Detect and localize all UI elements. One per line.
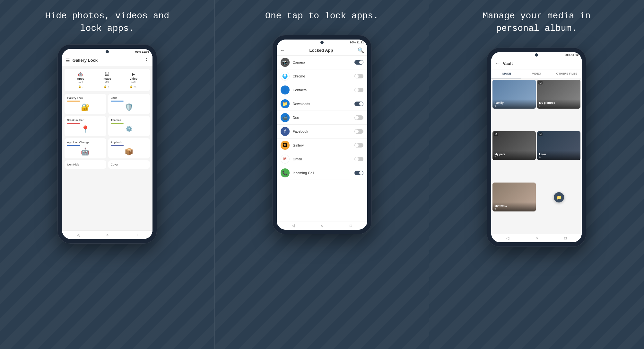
menu-gallery-lock-title: Gallery Lock xyxy=(67,96,104,100)
app-item-chrome[interactable]: 🌐 Chrome xyxy=(277,69,367,83)
album-love[interactable]: M Love 6 xyxy=(537,131,580,160)
incoming-icon: 📞 xyxy=(281,168,290,177)
album-moments[interactable]: Moments 8 xyxy=(492,183,536,211)
panel-1: Hide photos, videos and lock apps. 91% 1… xyxy=(0,0,215,349)
nav-home-1[interactable]: ○ xyxy=(106,233,109,237)
phone-screen-1: 91% 11:08 ☰ Gallery Lock ⋮ 🤖 Apps 104 🖼 xyxy=(62,49,152,239)
family-count: 6 xyxy=(494,104,534,107)
back-btn-3[interactable]: ← xyxy=(495,61,500,67)
tab-image[interactable]: IMAGE xyxy=(491,69,521,78)
incoming-toggle[interactable] xyxy=(354,171,363,175)
image-label: Image xyxy=(103,77,111,80)
menu-cover[interactable]: Cover xyxy=(108,160,150,169)
app-bar-1: ☰ Gallery Lock ⋮ xyxy=(62,55,152,66)
contacts-name: Contacts xyxy=(293,88,351,92)
tab-others[interactable]: OTHERS FILES xyxy=(552,69,582,78)
album-family[interactable]: Family 6 xyxy=(492,80,536,109)
menu-applock-title: AppLock xyxy=(111,141,147,144)
menu-themes[interactable]: Themes ⚙️ xyxy=(108,116,150,136)
phone-frame-1: 91% 11:08 ☰ Gallery Lock ⋮ 🤖 Apps 104 🖼 xyxy=(57,44,157,244)
menu-vault-title: Vault xyxy=(111,96,147,100)
app-item-duo[interactable]: 📹 Duo xyxy=(277,111,367,125)
app-item-contacts[interactable]: 👤 Contacts xyxy=(277,83,367,97)
gmail-name: Gmail xyxy=(293,157,351,161)
camera-icon: 📷 xyxy=(281,58,290,67)
gallery-name: Gallery xyxy=(293,143,351,147)
phone-frame-2: 90% 11:11 ← Locked App 🔍 📷 Camera 🌐 Chro… xyxy=(272,35,372,234)
video-icon: ▶ xyxy=(132,72,135,76)
app-title-1: Gallery Lock xyxy=(73,58,141,63)
menu-appicon[interactable]: App Icon Change 🤖 xyxy=(65,138,106,158)
status-text-2: 90% 11:11 xyxy=(350,41,364,44)
nav-recent-3[interactable]: □ xyxy=(564,236,567,240)
app-item-camera[interactable]: 📷 Camera xyxy=(277,56,367,69)
fab-button[interactable]: 📁 xyxy=(554,192,564,202)
app-item-incoming[interactable]: 📞 Incoming Call xyxy=(277,166,367,180)
nav-bar-3: ◁ ○ □ xyxy=(491,234,582,242)
back-btn-2[interactable]: ← xyxy=(280,48,285,53)
applock-icon: 📦 xyxy=(111,148,147,156)
image-icon: 🖼 xyxy=(105,72,109,76)
app-list: 📷 Camera 🌐 Chrome 👤 Contacts 📁 Download xyxy=(277,56,367,221)
panel-2: One tap to lock apps. 90% 11:11 ← Locked… xyxy=(215,0,430,349)
panel2-heading: One tap to lock apps. xyxy=(265,10,379,22)
chrome-toggle[interactable] xyxy=(354,74,363,78)
stats-card: 🤖 Apps 104 🖼 Image 350 ▶ Video 126 xyxy=(65,69,150,91)
gallery-toggle[interactable] xyxy=(354,143,363,148)
facebook-toggle[interactable] xyxy=(354,129,363,134)
menu-breakin-title: Break-in Alert xyxy=(67,119,104,122)
status-text-3: 90% 11:12 xyxy=(565,53,579,57)
app-item-gmail[interactable]: M Gmail xyxy=(277,152,367,166)
album-mypets[interactable]: M My pets 7 xyxy=(492,131,536,160)
app-item-facebook[interactable]: f Facebook xyxy=(277,125,367,139)
app-item-downloads[interactable]: 📁 Downloads xyxy=(277,97,367,111)
menu-iconhide[interactable]: Icon Hide xyxy=(65,160,106,169)
breakin-bar xyxy=(67,123,80,124)
duo-icon: 📹 xyxy=(281,113,290,122)
menu-vault[interactable]: Vault 🛡️ xyxy=(108,94,150,114)
album-mypictures[interactable]: M My pictures 7 xyxy=(537,80,580,109)
app-item-gallery[interactable]: 🖼 Gallery xyxy=(277,139,367,152)
appicon-bar xyxy=(67,145,80,146)
gallery-lock-bar xyxy=(67,101,80,102)
locked-app-bar: ← Locked App 🔍 xyxy=(277,45,367,56)
menu-appicon-title: App Icon Change xyxy=(67,141,104,144)
stats-row: 🤖 Apps 104 🖼 Image 350 ▶ Video 126 xyxy=(68,72,147,83)
more-icon-1[interactable]: ⋮ xyxy=(144,57,149,63)
breakin-icon: 📍 xyxy=(67,125,104,134)
downloads-toggle[interactable] xyxy=(354,102,363,106)
panel3-heading: Manage your media in personal album. xyxy=(483,10,590,35)
hamburger-icon[interactable]: ☰ xyxy=(66,58,70,63)
menu-applock[interactable]: AppLock 📦 xyxy=(108,138,150,158)
tab-video[interactable]: VIDEO xyxy=(521,69,552,78)
app-bar-3: ← Vault xyxy=(491,58,582,69)
image-count: 350 xyxy=(105,80,109,83)
nav-recent-2[interactable]: □ xyxy=(350,223,352,228)
duo-name: Duo xyxy=(293,116,351,120)
chrome-icon: 🌐 xyxy=(281,72,290,81)
incoming-name: Incoming Call xyxy=(293,171,351,175)
mypictures-overlay: My pictures 7 xyxy=(537,99,580,109)
nav-recent-1[interactable]: □ xyxy=(135,233,137,237)
vault-title: Vault xyxy=(503,61,578,66)
gmail-toggle[interactable] xyxy=(354,157,363,161)
nav-home-3[interactable]: ○ xyxy=(535,236,538,240)
nav-home-2[interactable]: ○ xyxy=(321,223,323,228)
love-count: 6 xyxy=(539,156,579,159)
search-icon-btn[interactable]: 🔍 xyxy=(358,47,364,53)
facebook-name: Facebook xyxy=(293,130,351,133)
moments-overlay: Moments 8 xyxy=(492,202,536,211)
nav-back-3[interactable]: ◁ xyxy=(506,236,509,240)
downloads-icon: 📁 xyxy=(281,99,290,108)
chrome-name: Chrome xyxy=(293,74,351,78)
menu-breakin[interactable]: Break-in Alert 📍 xyxy=(65,116,106,136)
nav-back-2[interactable]: ◁ xyxy=(292,223,295,228)
contacts-toggle[interactable] xyxy=(354,88,363,92)
duo-toggle[interactable] xyxy=(354,115,363,120)
menu-gallery-lock[interactable]: Gallery Lock 🔐 xyxy=(65,94,106,114)
moments-count: 8 xyxy=(494,207,534,210)
camera-toggle[interactable] xyxy=(354,60,363,65)
video-label: Video xyxy=(130,77,137,80)
nav-back-1[interactable]: ◁ xyxy=(77,233,80,237)
phone-camera-2 xyxy=(320,41,324,44)
